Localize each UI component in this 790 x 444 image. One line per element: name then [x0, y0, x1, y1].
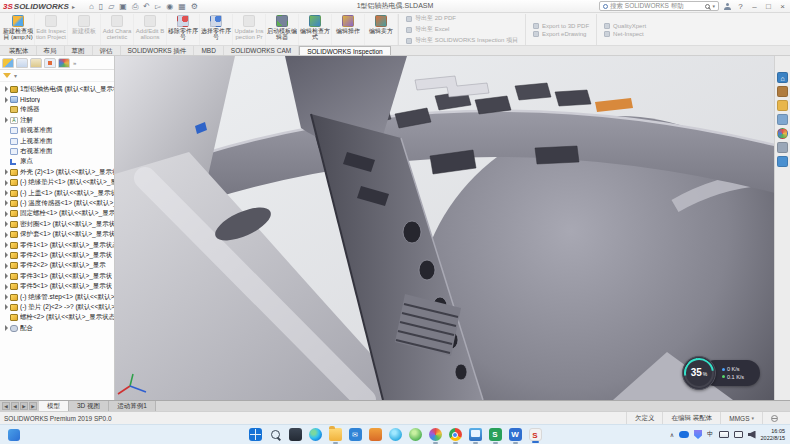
select-icon[interactable]: ▻ [155, 1, 161, 12]
tree-item[interactable]: 右视基准面 [2, 146, 114, 156]
tool-menu-item[interactable]: Net-Inspect [604, 31, 646, 37]
options-gear-icon[interactable]: ⚙ [191, 1, 198, 12]
mail-app-icon[interactable]: ✉ [349, 428, 362, 441]
document-tab[interactable]: 运动算例1 [109, 401, 156, 411]
ribbon-button[interactable]: Add/Edit Balloons [134, 14, 167, 45]
expand-arrow-icon[interactable] [2, 294, 10, 300]
touch-keyboard-icon[interactable] [719, 431, 729, 438]
expand-arrow-icon[interactable] [2, 97, 10, 103]
display-tray-icon[interactable] [734, 431, 743, 438]
logo-expand-icon[interactable]: ▸ [72, 3, 75, 10]
tree-item[interactable]: 固定螺栓<1> (默认<<默认>_显示 [2, 209, 114, 219]
close-button[interactable]: × [778, 1, 787, 12]
ribbon-tab[interactable]: 装配体 [2, 46, 37, 55]
restore-button[interactable]: □ [764, 1, 773, 12]
file-explorer-icon[interactable] [777, 100, 788, 111]
wps-writer-icon[interactable]: W [509, 428, 522, 441]
expand-arrow-icon[interactable] [2, 86, 10, 92]
ribbon-button[interactable]: 启动模板编辑器 [266, 14, 299, 45]
expand-arrow-icon[interactable] [2, 180, 10, 186]
ribbon-tab[interactable]: 布局 [37, 46, 65, 55]
app-blue-book-icon[interactable] [469, 428, 482, 441]
search-input[interactable]: 搜索 SOLIDWORKS 帮助 ▾ [599, 1, 719, 11]
app-green-s-icon[interactable]: S [489, 428, 502, 441]
ribbon-tab[interactable]: MBD [194, 46, 223, 55]
export-menu-item[interactable]: 导出至 Excel [406, 25, 518, 34]
expand-arrow-icon[interactable] [2, 242, 10, 248]
scroll-last-icon[interactable]: ▶ [29, 402, 37, 410]
tab-overflow-icon[interactable]: » [73, 60, 76, 66]
expand-arrow-icon[interactable] [2, 200, 10, 206]
ime-language-badge[interactable]: 中 [707, 430, 714, 439]
expand-arrow-icon[interactable] [2, 284, 10, 290]
expand-arrow-icon[interactable] [2, 273, 10, 279]
export-menu-item[interactable]: Export to 3D PDF [533, 23, 589, 29]
expand-arrow-icon[interactable] [2, 138, 10, 144]
undo-icon[interactable]: ↶ [143, 1, 150, 12]
appearances-icon[interactable] [777, 128, 788, 139]
ribbon-tab[interactable]: 评估 [93, 46, 121, 55]
edge-browser-icon[interactable] [309, 428, 322, 441]
usage-gauge[interactable]: 35 % [682, 356, 716, 390]
units-selector[interactable]: MMGS ▾ [720, 412, 762, 424]
tree-item[interactable]: 保护套<1> (默认<<默认>_显示状 [2, 229, 114, 239]
tree-item[interactable]: 零件3<1> (默认<<默认>_显示状 [2, 271, 114, 281]
clock[interactable]: 16:05 2022/8/15 [761, 428, 785, 441]
expand-arrow-icon[interactable] [2, 107, 10, 113]
tree-filter[interactable]: ▾ [0, 70, 114, 82]
ribbon-button[interactable]: 编辑检查方式 [299, 14, 332, 45]
hidden-icons-chevron-icon[interactable]: ∧ [670, 431, 674, 438]
expand-arrow-icon[interactable] [2, 221, 10, 227]
tree-item[interactable]: (-) 绝缘管.step<1> (默认<<默认> [2, 292, 114, 302]
tree-root-item[interactable]: 1型铝轴热电偶 (默认<默认_显示状态-1> [2, 84, 114, 94]
new-document-icon[interactable]: ▯ [99, 1, 103, 12]
tree-item[interactable]: (-) 绝缘垫片<1> (默认<<默认>_显 [2, 178, 114, 188]
status-tag[interactable] [762, 412, 786, 424]
featuremanager-tree-tab-icon[interactable] [2, 58, 14, 68]
scroll-first-icon[interactable]: ◀ [2, 402, 10, 410]
scroll-next-icon[interactable]: ▶ [20, 402, 28, 410]
expand-arrow-icon[interactable] [2, 159, 10, 165]
volume-icon[interactable] [748, 431, 756, 439]
displaymanager-tab-icon[interactable] [58, 58, 70, 68]
tree-item[interactable]: 上视基准面 [2, 136, 114, 146]
taskbar-search-icon[interactable] [269, 428, 282, 441]
tree-item[interactable]: History [2, 94, 114, 104]
tree-item[interactable]: 外壳 (2)<1> (默认<<默认>_显示状 [2, 167, 114, 177]
expand-arrow-icon[interactable] [2, 315, 10, 321]
view-palette-icon[interactable] [777, 114, 788, 125]
file-explorer-taskbar-icon[interactable] [329, 428, 342, 441]
app-green-icon[interactable] [409, 428, 422, 441]
configurationmanager-tab-icon[interactable] [30, 58, 42, 68]
login-user-icon[interactable] [724, 3, 731, 10]
search-dropdown-icon[interactable]: ▾ [712, 3, 715, 9]
expand-arrow-icon[interactable] [2, 252, 10, 258]
ribbon-button[interactable]: Add Characteristic [101, 14, 134, 45]
propertymanager-tab-icon[interactable] [16, 58, 28, 68]
open-icon[interactable]: ▱ [108, 1, 114, 12]
tree-item[interactable]: (-) 垫片 (2)<2> ->? (默认<<默认> [2, 302, 114, 312]
expand-arrow-icon[interactable] [2, 149, 10, 155]
resources-home-icon[interactable]: ⌂ [777, 72, 788, 83]
performance-overlay[interactable]: 0 K/s 0.1 K/s 35 % [682, 356, 760, 390]
onedrive-icon[interactable] [679, 431, 689, 438]
tree-item[interactable]: 零件1<1> (默认<<默认>_显示状态 [2, 240, 114, 250]
ribbon-tab[interactable]: SOLIDWORKS CAM [224, 46, 299, 55]
design-library-icon[interactable] [777, 86, 788, 97]
tree-item[interactable]: 注解 [2, 115, 114, 125]
tree-item[interactable]: 传感器 [2, 105, 114, 115]
tree-item[interactable]: 零件2<2> (默认<<默认>_显示 [2, 261, 114, 271]
tree-item[interactable]: 零件5<1> (默认<<默认>_显示状 [2, 281, 114, 291]
model-canvas[interactable] [115, 56, 774, 400]
search-icon[interactable] [705, 4, 710, 9]
help-button[interactable]: ? [736, 1, 745, 12]
expand-arrow-icon[interactable] [2, 211, 10, 217]
document-tab[interactable]: 模型 [39, 401, 69, 411]
tree-item[interactable]: 螺栓<2> (默认<<默认>_显示状态 [2, 313, 114, 323]
document-tab[interactable]: 3D 视图 [69, 401, 109, 411]
tool-menu-item[interactable]: QualityXpert [604, 23, 646, 29]
ribbon-button[interactable]: 编辑操作 [332, 14, 365, 45]
expand-arrow-icon[interactable] [2, 117, 10, 123]
expand-arrow-icon[interactable] [2, 169, 10, 175]
ribbon-button[interactable]: Update Inspection Project [233, 14, 266, 45]
